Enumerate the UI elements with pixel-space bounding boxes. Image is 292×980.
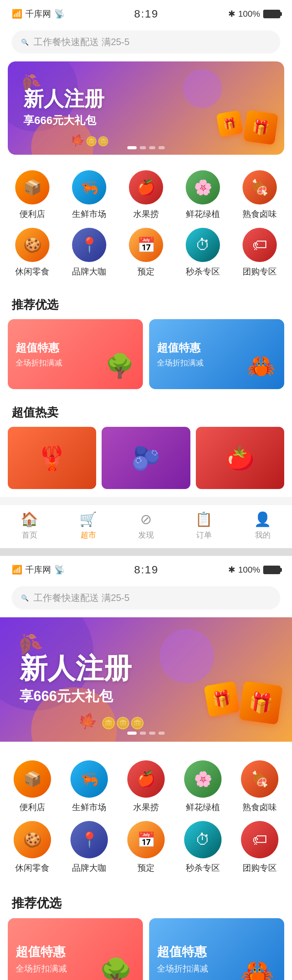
cat2-label-fruit: 水果捞 (133, 802, 159, 813)
cat2-icon-convenience: 📦 (14, 760, 51, 798)
cat-item-fresh[interactable]: 🦐 生鲜市场 (64, 170, 114, 220)
cat-icon-reserve: 📅 (129, 228, 163, 262)
promo-section: 超值特惠 全场折扣满减 🌳 超值特惠 全场折扣满减 🦀 (0, 319, 292, 397)
cat2-icon-cooked: 🍖 (241, 760, 278, 798)
dot-5[interactable] (127, 732, 137, 735)
cat2-icon-reserve: 📅 (127, 821, 165, 858)
cat-item-flower[interactable]: 🌸 鲜花绿植 (178, 170, 228, 220)
cat-item-group[interactable]: 🏷 团购专区 (234, 228, 285, 278)
banner-gifts: 🎁 🎁 (218, 112, 276, 151)
promo-sub-3: 全场折扣满减 (16, 963, 135, 975)
cat2-item-snack[interactable]: 🍪 休闲零食 (7, 821, 58, 874)
screen-separator (0, 548, 292, 556)
banner-dots-2 (127, 732, 165, 735)
cat-item-cooked[interactable]: 🍖 熟食卤味 (234, 170, 285, 220)
cat-item-snack[interactable]: 🍪 休闲零食 (7, 228, 58, 278)
cat-label-fruit: 水果捞 (133, 208, 159, 220)
coin-deco: 🪙🪙 (86, 136, 109, 147)
cat-item-flash[interactable]: ⏱ 秒杀专区 (178, 228, 228, 278)
nav-discover[interactable]: ⊘ 发现 (138, 511, 154, 540)
status-bar: 📶 千库网 📡 8:19 ✱ 100% (0, 0, 292, 24)
cat2-item-brand[interactable]: 📍 品牌大咖 (64, 821, 114, 874)
discover-icon: ⊘ (140, 511, 152, 528)
dot-4[interactable] (158, 146, 165, 149)
search-input-wrap-2[interactable]: 🔍 工作餐快速配送 满25-5 (12, 586, 280, 610)
screen-2: 📶 千库网 📡 8:19 ✱ 100% 🔍 工作餐快速配送 满25-5 🍂 🍁 … (0, 556, 292, 980)
gift-box-2: 🎁 (243, 110, 278, 145)
nav-mine[interactable]: 👤 我的 (254, 511, 271, 540)
promo-card-3[interactable]: 超值特惠 全场折扣满减 🌳 (8, 918, 143, 980)
signal-icon-2: 📶 (12, 565, 22, 575)
cat2-item-group[interactable]: 🏷 团购专区 (234, 821, 285, 874)
cat-label-cooked: 熟食卤味 (243, 208, 277, 220)
nav-supermarket-label: 超市 (81, 530, 96, 540)
status-bar-2: 📶 千库网 📡 8:19 ✱ 100% (0, 556, 292, 580)
cat-label-flash: 秒杀专区 (186, 266, 220, 278)
category-row-1: 📦 便利店 🦐 生鲜市场 🍎 水果捞 🌸 鲜花绿植 🍖 熟食卤味 (0, 170, 292, 220)
status-battery-2: ✱ 100% (228, 565, 280, 575)
cat-label-flower: 鲜花绿植 (186, 208, 220, 220)
promo-card-1[interactable]: 超值特惠 全场折扣满减 🌳 (8, 319, 143, 389)
hot-food-2: 🫐 (102, 427, 190, 489)
cat-item-reserve[interactable]: 📅 预定 (121, 228, 171, 278)
cat2-item-flower[interactable]: 🌸 鲜花绿植 (178, 760, 228, 813)
cat2-icon-snack: 🍪 (14, 821, 51, 858)
cat2-item-reserve[interactable]: 📅 预定 (121, 821, 171, 874)
cat2-label-snack: 休闲零食 (15, 862, 49, 874)
gift-box-1: 🎁 (216, 110, 243, 137)
promo-card-4[interactable]: 超值特惠 全场折扣满减 🦀 (149, 918, 284, 980)
search-bar-2: 🔍 工作餐快速配送 满25-5 (0, 580, 292, 617)
mine-icon: 👤 (254, 511, 271, 528)
dot-1[interactable] (127, 146, 137, 149)
banner-title: 新人注册 (23, 88, 104, 110)
cat-icon-fruit: 🍎 (129, 170, 163, 204)
battery-icon-2 (263, 566, 280, 574)
battery-icon (263, 10, 280, 18)
signal-icon: 📶 (12, 9, 22, 19)
banner-wrap-2: 🍂 🍁 新人注册 享666元大礼包 🎁 🎁 🪙🪙🪙 (0, 617, 292, 751)
hot-row: 🦞 🫐 🍅 (8, 427, 284, 489)
dot-7[interactable] (149, 732, 155, 735)
nav-home[interactable]: 🏠 首页 (21, 511, 38, 540)
nav-order-label: 订单 (196, 530, 212, 540)
dot-3[interactable] (149, 146, 155, 149)
bottom-nav: 🏠 首页 🛒 超市 ⊘ 发现 📋 订单 👤 我的 (0, 505, 292, 548)
dot-2[interactable] (140, 146, 146, 149)
search-bar: 🔍 工作餐快速配送 满25-5 (0, 24, 292, 61)
promo-sub-4: 全场折扣满减 (157, 963, 276, 975)
cat-item-convenience[interactable]: 📦 便利店 (7, 170, 58, 220)
cat-item-fruit[interactable]: 🍎 水果捞 (121, 170, 171, 220)
supermarket-icon: 🛒 (79, 511, 97, 528)
status-battery: ✱ 100% (228, 9, 280, 19)
cat2-label-convenience: 便利店 (19, 802, 45, 813)
banner-2[interactable]: 🍂 🍁 新人注册 享666元大礼包 🎁 🎁 🪙🪙🪙 (0, 617, 292, 742)
banner-dots (127, 146, 165, 149)
cat2-item-convenience[interactable]: 📦 便利店 (7, 760, 58, 813)
banner-text: 新人注册 享666元大礼包 (23, 88, 104, 128)
search-input-wrap[interactable]: 🔍 工作餐快速配送 满25-5 (12, 30, 280, 54)
cat2-item-flash[interactable]: ⏱ 秒杀专区 (178, 821, 228, 874)
nav-supermarket[interactable]: 🛒 超市 (79, 511, 97, 540)
nav-order[interactable]: 📋 订单 (195, 511, 213, 540)
hot-section: 🦞 🫐 🍅 (0, 427, 292, 497)
home-icon: 🏠 (21, 511, 38, 528)
cat-label-fresh: 生鲜市场 (72, 208, 106, 220)
dot-6[interactable] (140, 732, 146, 735)
cat2-item-fruit[interactable]: 🍎 水果捞 (121, 760, 171, 813)
hot-item-1[interactable]: 🦞 (8, 427, 96, 489)
banner[interactable]: 🍂 🍁 新人注册 享666元大礼包 🎁 🎁 🪙🪙 (8, 61, 284, 155)
category-section-2: 📦 便利店 🦐 生鲜市场 🍎 水果捞 🌸 鲜花绿植 🍖 熟食卤味 🍪 (0, 751, 292, 887)
gift-box-4: 🎁 (239, 681, 283, 725)
category-row-4: 🍪 休闲零食 📍 品牌大咖 📅 预定 ⏱ 秒杀专区 🏷 团购专区 (0, 821, 292, 874)
cat2-item-cooked[interactable]: 🍖 熟食卤味 (234, 760, 285, 813)
cat2-item-fresh[interactable]: 🦐 生鲜市场 (64, 760, 114, 813)
cat-item-brand[interactable]: 📍 品牌大咖 (64, 228, 114, 278)
coin-deco-2: 🪙🪙🪙 (101, 716, 144, 730)
cat2-label-cooked: 熟食卤味 (243, 802, 277, 813)
promo-card-2[interactable]: 超值特惠 全场折扣满减 🦀 (149, 319, 284, 389)
banner-gifts-2: 🎁 🎁 (206, 683, 280, 734)
dot-8[interactable] (158, 732, 165, 735)
category-section: 📦 便利店 🦐 生鲜市场 🍎 水果捞 🌸 鲜花绿植 🍖 熟食卤味 (0, 162, 292, 289)
hot-item-3[interactable]: 🍅 (196, 427, 284, 489)
hot-item-2[interactable]: 🫐 (102, 427, 190, 489)
